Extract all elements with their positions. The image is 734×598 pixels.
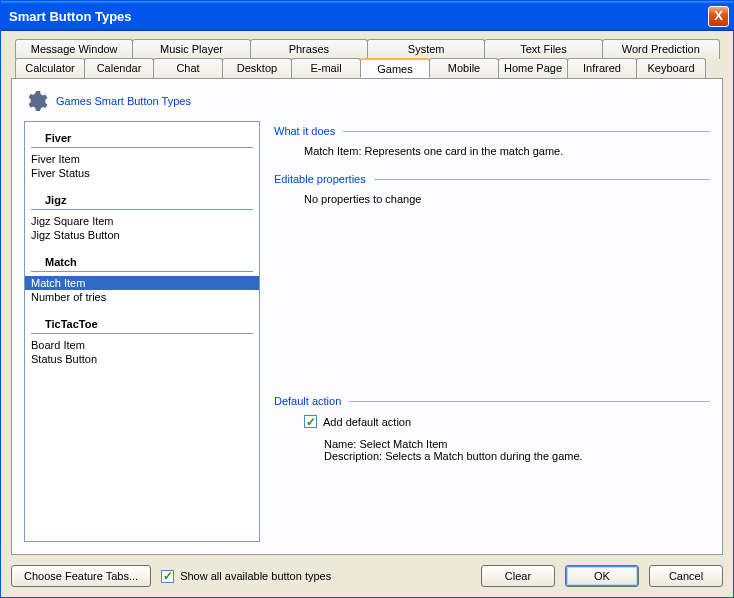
panel-header: Games Smart Button Types [24,89,710,113]
add-default-action-label: Add default action [323,416,411,428]
tab-desktop[interactable]: Desktop [222,58,292,78]
gear-icon [24,89,48,113]
list-item[interactable]: Fiver Status [25,166,259,180]
list-item[interactable]: Board Item [25,338,259,352]
default-desc-value: Selects a Match button during the game. [385,450,583,462]
tab-container: Message WindowMusic PlayerPhrasesSystemT… [11,39,723,78]
tab-phrases[interactable]: Phrases [250,39,368,59]
dialog-window: Smart Button Types X Message WindowMusic… [0,0,734,598]
section-props-title: Editable properties [274,173,710,185]
checkbox-icon: ✓ [161,570,174,583]
tab-keyboard[interactable]: Keyboard [636,58,706,78]
tab-message-window[interactable]: Message Window [15,39,133,59]
group-header-match: Match [31,252,253,272]
bottom-bar: Choose Feature Tabs... ✓ Show all availa… [11,555,723,587]
tab-games[interactable]: Games [360,58,430,78]
divider [374,179,710,180]
group-header-fiver: Fiver [31,128,253,148]
tab-word-prediction[interactable]: Word Prediction [602,39,720,59]
button-type-list[interactable]: FiverFiver ItemFiver StatusJigzJigz Squa… [24,121,260,542]
section-props-body: No properties to change [304,193,710,205]
section-what-body: Match Item: Represents one card in the m… [304,145,710,157]
tab-calculator[interactable]: Calculator [15,58,85,78]
default-action-details: Name: Select Match Item Description: Sel… [324,438,710,462]
default-desc-label: Description: [324,450,382,462]
section-props-label: Editable properties [274,173,366,185]
list-item[interactable]: Fiver Item [25,152,259,166]
tab-system[interactable]: System [367,39,485,59]
add-default-action-checkbox[interactable]: ✓ Add default action [304,415,710,428]
choose-feature-tabs-button[interactable]: Choose Feature Tabs... [11,565,151,587]
tab-mobile[interactable]: Mobile [429,58,499,78]
panel-body: FiverFiver ItemFiver StatusJigzJigz Squa… [24,121,710,542]
section-default-title: Default action [274,395,710,407]
panel-title: Games Smart Button Types [56,95,191,107]
tab-panel: Games Smart Button Types FiverFiver Item… [11,78,723,555]
list-item[interactable]: Jigz Square Item [25,214,259,228]
list-item[interactable]: Status Button [25,352,259,366]
section-what-title: What it does [274,125,710,137]
tab-infrared[interactable]: Infrared [567,58,637,78]
divider [343,131,710,132]
tab-calendar[interactable]: Calendar [84,58,154,78]
group-header-tictactoe: TicTacToe [31,314,253,334]
list-item[interactable]: Jigz Status Button [25,228,259,242]
close-icon[interactable]: X [708,6,729,27]
tab-row-lower: CalculatorCalendarChatDesktopE-mailGames… [15,58,719,78]
section-what-label: What it does [274,125,335,137]
window-title: Smart Button Types [9,9,708,24]
tab-chat[interactable]: Chat [153,58,223,78]
cancel-button[interactable]: Cancel [649,565,723,587]
tab-music-player[interactable]: Music Player [132,39,250,59]
checkbox-icon: ✓ [304,415,317,428]
show-all-checkbox[interactable]: ✓ Show all available button types [161,570,331,583]
default-name-label: Name: [324,438,356,450]
ok-button[interactable]: OK [565,565,639,587]
list-item[interactable]: Number of tries [25,290,259,304]
clear-button[interactable]: Clear [481,565,555,587]
tab-text-files[interactable]: Text Files [484,39,602,59]
section-default-label: Default action [274,395,341,407]
tab-e-mail[interactable]: E-mail [291,58,361,78]
titlebar: Smart Button Types X [1,1,733,31]
default-name-value: Select Match Item [359,438,447,450]
list-item[interactable]: Match Item [25,276,259,290]
group-header-jigz: Jigz [31,190,253,210]
divider [349,401,710,402]
show-all-label: Show all available button types [180,570,331,582]
details-pane: What it does Match Item: Represents one … [274,121,710,542]
content-area: Message WindowMusic PlayerPhrasesSystemT… [1,31,733,597]
tab-home-page[interactable]: Home Page [498,58,568,78]
tab-row-upper: Message WindowMusic PlayerPhrasesSystemT… [15,39,719,59]
